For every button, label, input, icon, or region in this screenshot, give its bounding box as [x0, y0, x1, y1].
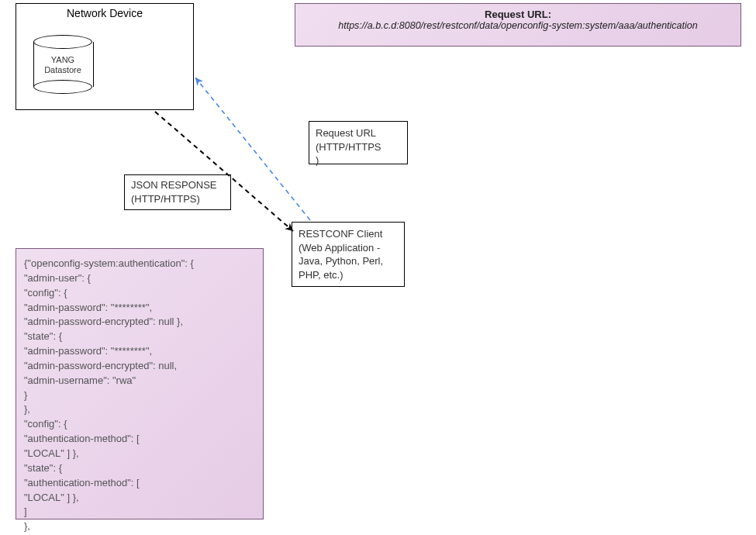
request-url-label-l1: Request URL [316, 127, 376, 139]
request-url-label-l3: ) [316, 154, 319, 166]
request-url-panel: Request URL: https://a.b.c.d:8080/rest/r… [295, 3, 741, 47]
json-payload-panel: {"openconfig-system:authentication": { "… [16, 248, 264, 519]
network-device-title: Network Device [16, 7, 193, 19]
datastore-label: YANG Datastore [33, 55, 92, 75]
json-response-label-l2: (HTTP/HTTPS) [131, 193, 200, 205]
client-line1: RESTCONF Client [299, 228, 382, 240]
client-line3: Java, Python, Perl, [299, 255, 383, 267]
datastore-label-line1: YANG [51, 55, 74, 64]
request-url-label-l2: (HTTP/HTTPS [316, 141, 381, 153]
json-response-label-box: JSON RESPONSE (HTTP/HTTPS) [124, 174, 231, 210]
restconf-client-box: RESTCONF Client (Web Application - Java,… [292, 222, 405, 287]
request-url-value: https://a.b.c.d:8080/rest/restconf/data/… [295, 20, 740, 31]
request-url-label-box: Request URL (HTTP/HTTPS ) [309, 121, 408, 164]
request-url-title: Request URL: [295, 9, 740, 20]
datastore-label-line2: Datastore [44, 65, 81, 74]
json-response-label-l1: JSON RESPONSE [131, 179, 217, 191]
response-arrow [155, 112, 293, 231]
datastore-cylinder: YANG Datastore [33, 35, 92, 94]
client-line2: (Web Application - [299, 242, 380, 254]
client-line4: PHP, etc.) [299, 269, 343, 281]
network-device-box: Network Device YANG Datastore [16, 3, 194, 110]
